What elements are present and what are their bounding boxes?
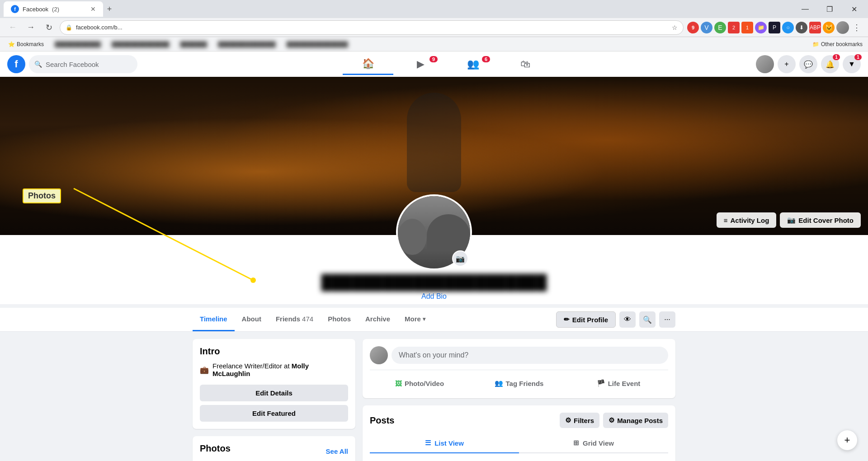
photos-card-header: Photos See All [200,443,348,459]
bookmark-3[interactable]: ███████████████ [109,40,172,48]
add-bio-link[interactable]: Add Bio [421,292,447,301]
window-controls: — ❐ ✕ [795,2,864,16]
profile-more-btn[interactable]: ··· [659,311,675,328]
photo-video-icon: 🖼 [395,380,402,387]
composer-actions: 🖼 Photo/Video 👥 Tag Friends 🏴 Life Event [370,370,668,391]
edit-cover-photo-btn[interactable]: 📷 Edit Cover Photo [780,212,861,228]
edit-profile-btn[interactable]: ✏ Edit Profile [556,311,616,328]
window-maximize-btn[interactable]: ❐ [819,2,840,16]
user-profile-avatar[interactable] [756,55,774,73]
composer-top: What's on your mind? [370,346,668,364]
ext-btn-10[interactable]: ABP [809,22,821,33]
nav-home-btn[interactable]: 🏠 [343,53,393,75]
bookmark-star-icon[interactable]: ☆ [672,24,678,31]
ext-btn-5[interactable]: 1 [741,22,753,33]
annotation-photos-label: Photos [23,188,61,203]
avatar-head [398,219,427,255]
bookmarks-label: Bookmarks [17,41,44,47]
tab-about[interactable]: About [235,308,269,331]
ext-btn-11[interactable]: 🐱 [823,22,835,33]
nav-video-btn[interactable]: ▶ 9 [395,53,446,75]
notifications-btn[interactable]: 🔔 1 [821,55,839,73]
user-avatar-header[interactable] [836,21,849,34]
photo-video-btn[interactable]: 🖼 Photo/Video [370,376,469,391]
friends-tab-label: Friends [276,315,300,323]
window-close-btn[interactable]: ✕ [844,2,864,16]
bell-icon: 🔔 [826,60,835,69]
back-btn[interactable]: ← [5,20,20,35]
browser-tab[interactable]: f Facebook (2) ✕ [4,1,103,17]
composer-avatar [370,346,388,364]
posts-action-btns: ⚙ Filters ⚙ Manage Posts [560,413,668,428]
profile-nav-bar: Timeline About Friends 474 Photos Archiv… [0,308,868,332]
fb-search-bar[interactable]: 🔍 Search Facebook [29,55,137,73]
tab-more[interactable]: More ▾ [397,308,433,331]
friends-icon: 👥 [467,58,479,70]
ext-btn-2[interactable]: V [701,22,712,33]
plus-icon: + [784,60,788,68]
tag-friends-btn[interactable]: 👥 Tag Friends [469,376,569,391]
nav-friends-btn[interactable]: 👥 6 [448,53,498,75]
archive-tab-label: Archive [365,315,390,323]
refresh-btn[interactable]: ↻ [42,20,56,35]
ext-btn-3[interactable]: E [714,22,726,33]
activity-log-label: Activity Log [730,216,769,224]
edit-featured-btn[interactable]: Edit Featured [200,405,348,422]
profile-photo-camera-btn[interactable]: 📷 [452,250,468,267]
ext-btn-9[interactable]: ⬇ [796,22,807,33]
other-bookmarks[interactable]: 📁 Other bookmarks [812,41,863,47]
browser-window: f Facebook (2) ✕ + — ❐ ✕ ← → ↻ 🔒 faceboo… [0,0,868,52]
timeline-tab-label: Timeline [200,315,227,323]
browser-menu-btn[interactable]: ⋮ [851,22,863,33]
life-event-btn[interactable]: 🏴 Life Event [569,376,668,391]
photo-video-label: Photo/Video [405,380,444,387]
activity-log-btn[interactable]: ≡ Activity Log [717,212,777,228]
tab-close-btn[interactable]: ✕ [90,5,96,13]
messenger-btn[interactable]: 💬 [799,55,817,73]
ext-btn-4[interactable]: 2 [728,22,740,33]
forward-btn[interactable]: → [24,20,38,35]
fb-header-right: + 💬 🔔 1 ▼ 1 [756,55,861,73]
bookmark-6[interactable]: ████████████████ [284,40,351,48]
photos-card: Photos See All [193,436,355,461]
bookmarks-manager[interactable]: ⭐ Bookmarks [5,40,47,48]
manage-posts-btn[interactable]: ⚙ Manage Posts [603,413,668,428]
grid-view-btn[interactable]: ⊞ Grid View [519,433,668,453]
tab-photos[interactable]: Photos [321,308,358,331]
list-view-btn[interactable]: ☰ List View [370,433,519,453]
ext-btn-7[interactable]: P [769,22,780,33]
bookmark-5[interactable]: ███████████████ [215,40,278,48]
new-tab-btn[interactable]: + [103,3,116,15]
ext-btn-1[interactable]: 9 [687,22,699,33]
view-as-btn[interactable]: 👁 [619,311,636,328]
tab-archive[interactable]: Archive [358,308,397,331]
tab-timeline[interactable]: Timeline [193,308,235,331]
list-icon: ≡ [724,216,728,224]
tab-friends[interactable]: Friends 474 [269,308,321,331]
add-btn[interactable]: + [778,55,796,73]
address-bar[interactable]: 🔒 facebook.com/b... ☆ [60,20,684,35]
other-bookmarks-label: Other bookmarks [821,41,863,47]
whats-on-mind-input[interactable]: What's on your mind? [392,347,668,364]
fab-btn[interactable]: + [837,430,857,450]
profile-page: Photos ≡ Activity Log 📷 Edit Cover Photo [0,77,868,461]
edit-details-btn[interactable]: Edit Details [200,385,348,401]
ext-btn-6[interactable]: 📁 [755,22,767,33]
manage-icon: ⚙ [609,416,614,424]
bookmark-2[interactable]: ████████████ [52,40,104,48]
search-placeholder: Search Facebook [46,61,99,68]
nav-marketplace-btn[interactable]: 🛍 [500,53,551,75]
fb-logo[interactable]: f [7,55,25,73]
bookmark-4[interactable]: ███████ [178,40,210,48]
filters-btn[interactable]: ⚙ Filters [560,413,599,428]
menu-btn[interactable]: ▼ 1 [843,55,861,73]
tab-number: (2) [52,6,59,13]
photos-see-all-link[interactable]: See All [326,447,348,455]
ext-btn-8[interactable]: ○ [782,22,794,33]
grid-view-label: Grid View [583,439,614,447]
profile-search-btn[interactable]: 🔍 [639,311,656,328]
manage-posts-label: Manage Posts [617,417,663,424]
edit-profile-label: Edit Profile [572,316,608,324]
browser-toolbar: ← → ↻ 🔒 facebook.com/b... ☆ 9 V E 2 1 📁 … [0,18,868,37]
window-minimize-btn[interactable]: — [795,2,816,16]
